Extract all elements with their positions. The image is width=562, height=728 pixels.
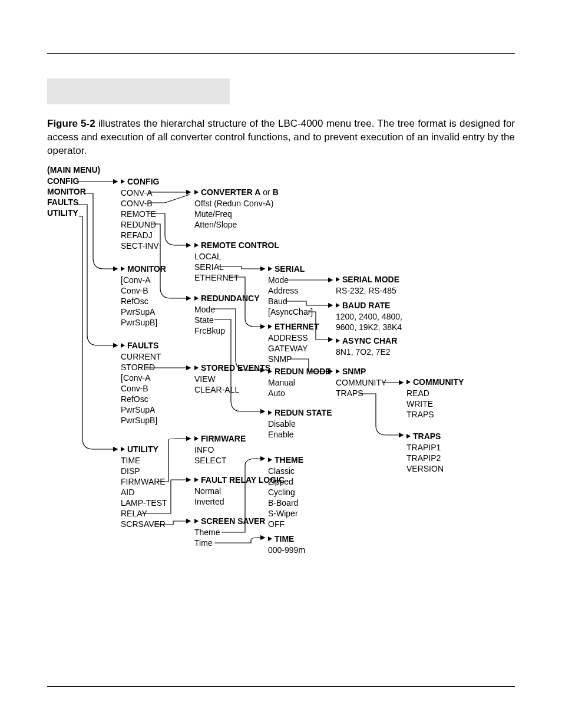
- arrow-icon: [194, 365, 199, 370]
- firmware-items: INFO SELECT: [194, 444, 226, 466]
- ethernet-items: ADDRESS GATEWAY SNMP: [268, 332, 308, 364]
- arrow-icon: [121, 266, 125, 271]
- intro-text: illustrates the hierarchal structure of …: [47, 118, 515, 156]
- serial-mode-items: RS-232, RS-485: [336, 285, 396, 296]
- remote-control-items: LOCAL SERIAL ETHERNET: [194, 251, 239, 283]
- converter-items: Offst (Redun Conv-A) Mute/Freq Atten/Slo…: [194, 198, 273, 230]
- intro-paragraph: Figure 5-2 illustrates the hierarchal st…: [47, 117, 515, 158]
- stored-events-header: STORED EVENTS: [194, 363, 270, 373]
- time-header: TIME: [268, 534, 294, 543]
- utility-items: TIME DISP FIRMWARE AID LAMP-TEST RELAY S…: [121, 455, 167, 529]
- ethernet-header: ETHERNET: [268, 322, 319, 331]
- arrow-icon: [194, 296, 199, 301]
- bottom-rule: [47, 686, 515, 687]
- async-char-header: ASYNC CHAR: [336, 336, 397, 345]
- page: Figure 5-2 illustrates the hierarchal st…: [0, 0, 562, 728]
- top-rule: [47, 53, 515, 54]
- traps-header: TRAPS: [406, 431, 441, 441]
- theme-items: Classic Zipped Cycling B-Board S-Wiper O…: [268, 466, 298, 529]
- faults-items: CURRENT STORED [Conv-A Conv-B RefOsc Pwr…: [121, 351, 161, 426]
- faults-header: FAULTS: [121, 341, 158, 350]
- arrow-icon: [194, 519, 199, 523]
- figure-reference: Figure 5-2: [47, 118, 95, 129]
- remote-control-header: REMOTE CONTROL: [194, 241, 279, 250]
- config-items: CONV-A CONV-B REMOTE REDUND REFADJ SECT-…: [121, 187, 159, 251]
- baud-rate-header: BAUD RATE: [336, 301, 390, 310]
- fault-relay-items: Normal Inverted: [194, 486, 224, 507]
- arrow-icon: [406, 380, 411, 384]
- serial-mode-header: SERIAL MODE: [336, 275, 399, 284]
- arrow-icon: [121, 343, 125, 348]
- arrow-icon: [194, 477, 199, 482]
- arrow-icon: [268, 410, 272, 415]
- arrow-icon: [336, 277, 340, 282]
- redundancy-items: Mode State FrcBkup: [194, 304, 225, 336]
- stored-events-items: VIEW CLEAR-ALL: [194, 374, 239, 395]
- snmp-header: SNMP: [336, 367, 366, 376]
- monitor-header: MONITOR: [121, 264, 166, 274]
- redun-state-header: REDUN STATE: [268, 408, 332, 417]
- arrow-icon: [194, 190, 199, 195]
- arrow-icon: [268, 369, 272, 374]
- arrow-icon: [336, 369, 340, 374]
- traps-items: TRAPIP1 TRAPIP2 VERSION: [406, 442, 444, 474]
- arrow-icon: [268, 457, 272, 462]
- screen-saver-header: SCREEN SAVER: [194, 516, 265, 526]
- arrow-icon: [336, 303, 340, 308]
- arrow-icon: [194, 436, 199, 441]
- community-items: READ WRITE TRAPS: [406, 388, 434, 420]
- firmware-header: FIRMWARE: [194, 434, 246, 443]
- screen-saver-items: Theme Time: [194, 527, 220, 548]
- arrow-icon: [268, 266, 272, 271]
- arrow-icon: [194, 243, 199, 248]
- converter-header: CONVERTER A or B: [194, 187, 279, 197]
- arrow-icon: [121, 447, 125, 452]
- arrow-icon: [336, 338, 340, 343]
- serial-header: SERIAL: [268, 264, 305, 274]
- main-menu-header: (MAIN MENU): [47, 165, 100, 174]
- config-header: CONFIG: [121, 177, 159, 186]
- section-heading-placeholder: [47, 78, 230, 104]
- utility-header: UTILITY: [121, 444, 158, 454]
- time-items: 000-999m: [268, 545, 305, 555]
- serial-items: Mode Address Baud [AsyncChar]: [268, 275, 313, 317]
- redun-state-items: Disable Enable: [268, 419, 296, 440]
- arrow-icon: [268, 536, 272, 541]
- snmp-items: COMMUNITY TRAPS: [336, 377, 386, 398]
- async-char-items: 8N1, 7O2, 7E2: [336, 347, 391, 357]
- community-header: COMMUNITY: [406, 377, 464, 387]
- redundancy-header: REDUNDANCY: [194, 294, 260, 303]
- redun-mode-header: REDUN MODE: [268, 367, 331, 376]
- main-menu-items: CONFIG MONITOR FAULTS UTILITY: [47, 176, 86, 218]
- redun-mode-items: Manual Auto: [268, 377, 295, 398]
- monitor-items: [Conv-A Conv-B RefOsc PwrSupA PwrSupB]: [121, 275, 157, 328]
- arrow-icon: [121, 179, 125, 184]
- arrow-icon: [268, 324, 272, 329]
- baud-rate-items: 1200, 2400, 4800, 9600, 19K2, 38K4: [336, 311, 402, 332]
- theme-header: THEME: [268, 455, 303, 465]
- arrow-icon: [406, 434, 411, 439]
